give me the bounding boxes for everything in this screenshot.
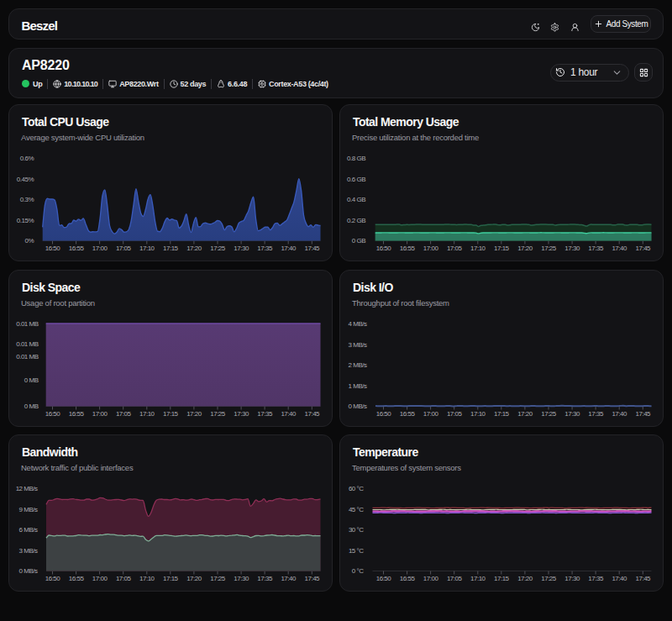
svg-text:17:10: 17:10 — [470, 410, 486, 418]
svg-text:17:10: 17:10 — [470, 575, 486, 582]
svg-text:4 MB/s: 4 MB/s — [349, 320, 367, 328]
svg-text:0.01 MB: 0.01 MB — [16, 340, 38, 348]
svg-text:0.2 GB: 0.2 GB — [347, 217, 365, 224]
svg-text:17:40: 17:40 — [612, 575, 627, 582]
svg-text:16:50: 16:50 — [45, 410, 61, 418]
svg-text:17:40: 17:40 — [281, 410, 297, 418]
svg-text:0 MB: 0 MB — [24, 376, 39, 384]
svg-text:0.3%: 0.3% — [20, 196, 34, 203]
svg-text:0.01 MB: 0.01 MB — [16, 320, 38, 328]
svg-text:0.8 GB: 0.8 GB — [347, 155, 365, 162]
svg-text:17:15: 17:15 — [494, 575, 510, 582]
svg-text:0 GB: 0 GB — [352, 237, 365, 245]
svg-text:17:30: 17:30 — [564, 575, 580, 582]
svg-text:17:25: 17:25 — [210, 410, 226, 418]
svg-text:0 MB/s: 0 MB/s — [349, 403, 367, 410]
svg-text:17:00: 17:00 — [423, 410, 439, 418]
svg-text:0.4 GB: 0.4 GB — [347, 196, 365, 203]
svg-text:17:45: 17:45 — [636, 410, 652, 418]
svg-text:17:00: 17:00 — [92, 575, 108, 582]
svg-text:17:35: 17:35 — [257, 575, 273, 582]
svg-text:60 °C: 60 °C — [349, 485, 364, 492]
svg-text:17:40: 17:40 — [612, 410, 627, 418]
svg-text:17:30: 17:30 — [234, 575, 249, 582]
svg-text:16:55: 16:55 — [69, 410, 85, 418]
svg-text:17:35: 17:35 — [588, 410, 604, 418]
svg-text:16:55: 16:55 — [69, 575, 85, 582]
svg-text:17:25: 17:25 — [541, 575, 557, 582]
svg-text:17:10: 17:10 — [470, 245, 486, 252]
svg-text:16:50: 16:50 — [376, 410, 392, 418]
svg-text:17:15: 17:15 — [494, 410, 510, 418]
svg-text:16:50: 16:50 — [376, 575, 392, 582]
svg-text:17:20: 17:20 — [186, 575, 202, 582]
svg-text:17:05: 17:05 — [447, 410, 463, 418]
svg-text:0.15%: 0.15% — [17, 217, 34, 224]
svg-text:16:55: 16:55 — [400, 245, 416, 252]
svg-text:0 °C: 0 °C — [352, 567, 364, 575]
svg-text:16:50: 16:50 — [376, 245, 392, 252]
svg-text:0.6%: 0.6% — [20, 155, 34, 162]
svg-text:17:20: 17:20 — [517, 575, 533, 582]
svg-text:17:25: 17:25 — [541, 245, 557, 252]
svg-text:0.45%: 0.45% — [17, 176, 34, 183]
svg-text:17:05: 17:05 — [116, 410, 132, 418]
svg-text:17:35: 17:35 — [257, 410, 273, 418]
svg-text:16:50: 16:50 — [45, 575, 61, 582]
svg-text:17:05: 17:05 — [116, 575, 132, 582]
svg-text:16:50: 16:50 — [45, 245, 61, 252]
svg-text:17:05: 17:05 — [447, 575, 463, 582]
svg-text:17:30: 17:30 — [234, 245, 249, 252]
svg-text:0.6 GB: 0.6 GB — [347, 176, 365, 183]
svg-text:17:00: 17:00 — [92, 410, 108, 418]
svg-text:17:40: 17:40 — [281, 575, 297, 582]
svg-text:16:55: 16:55 — [400, 575, 416, 582]
svg-text:2 MB/s: 2 MB/s — [349, 361, 367, 369]
svg-text:17:00: 17:00 — [423, 245, 439, 252]
svg-text:0 MB: 0 MB — [24, 403, 39, 410]
svg-text:17:35: 17:35 — [588, 575, 604, 582]
svg-text:17:20: 17:20 — [186, 410, 202, 418]
svg-text:45 °C: 45 °C — [349, 506, 364, 513]
svg-text:17:35: 17:35 — [588, 245, 604, 252]
svg-text:17:45: 17:45 — [305, 245, 321, 252]
svg-text:17:40: 17:40 — [281, 245, 297, 252]
svg-text:17:20: 17:20 — [517, 245, 533, 252]
svg-text:17:20: 17:20 — [186, 245, 202, 252]
svg-text:17:25: 17:25 — [210, 245, 226, 252]
svg-text:16:55: 16:55 — [69, 245, 85, 252]
svg-text:17:40: 17:40 — [612, 245, 627, 252]
svg-text:17:15: 17:15 — [494, 245, 510, 252]
svg-text:17:30: 17:30 — [564, 245, 580, 252]
svg-text:17:25: 17:25 — [541, 410, 557, 418]
svg-text:17:10: 17:10 — [139, 410, 155, 418]
svg-text:17:15: 17:15 — [163, 245, 179, 252]
svg-text:17:30: 17:30 — [564, 410, 580, 418]
svg-text:17:00: 17:00 — [92, 245, 108, 252]
svg-text:17:20: 17:20 — [517, 410, 533, 418]
svg-text:17:05: 17:05 — [116, 245, 132, 252]
svg-text:17:45: 17:45 — [305, 410, 321, 418]
svg-text:30 °C: 30 °C — [349, 526, 364, 534]
svg-text:3 MB/s: 3 MB/s — [19, 547, 38, 555]
svg-text:17:45: 17:45 — [305, 575, 321, 582]
svg-text:17:15: 17:15 — [163, 410, 179, 418]
svg-text:17:25: 17:25 — [210, 575, 226, 582]
svg-text:6 MB/s: 6 MB/s — [19, 526, 38, 534]
svg-text:17:10: 17:10 — [139, 245, 155, 252]
svg-text:0%: 0% — [24, 237, 34, 245]
svg-text:17:45: 17:45 — [636, 575, 652, 582]
svg-text:12 MB/s: 12 MB/s — [16, 485, 38, 492]
svg-text:17:10: 17:10 — [139, 575, 155, 582]
svg-text:9 MB/s: 9 MB/s — [19, 506, 38, 513]
svg-text:16:55: 16:55 — [400, 410, 416, 418]
svg-text:15 °C: 15 °C — [349, 547, 364, 555]
svg-text:3 MB/s: 3 MB/s — [349, 341, 367, 349]
svg-text:0 MB/s: 0 MB/s — [19, 567, 38, 575]
svg-text:17:35: 17:35 — [257, 245, 273, 252]
svg-text:17:05: 17:05 — [447, 245, 463, 252]
svg-text:0.01 MB: 0.01 MB — [16, 353, 38, 360]
svg-text:1 MB/s: 1 MB/s — [349, 382, 367, 390]
svg-text:17:15: 17:15 — [163, 575, 179, 582]
svg-text:17:30: 17:30 — [234, 410, 249, 418]
